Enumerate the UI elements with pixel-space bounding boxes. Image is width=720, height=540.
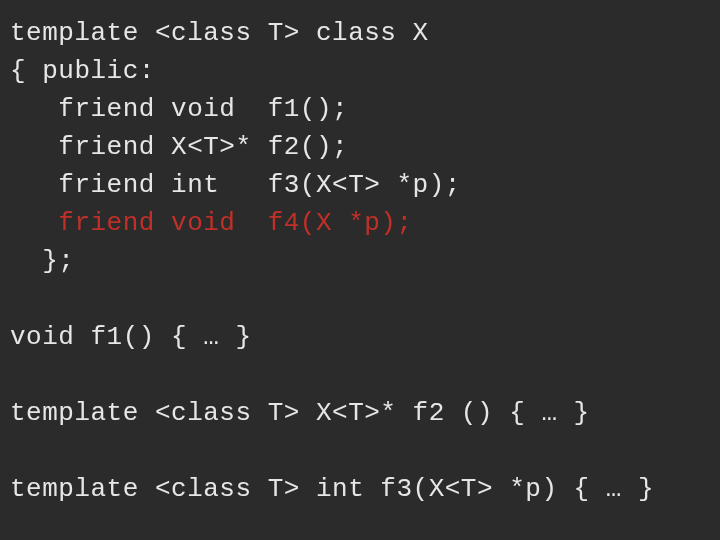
code-line: void f1() { … } <box>10 322 252 352</box>
code-line: friend int f3(X<T> *p); <box>10 170 461 200</box>
code-line: template <class T> int f3(X<T> *p) { … } <box>10 474 654 504</box>
code-line: { public: <box>10 56 155 86</box>
code-line: template <class T> X<T>* f2 () { … } <box>10 398 590 428</box>
code-line: friend void f1(); <box>10 94 348 124</box>
code-line: }; <box>10 246 74 276</box>
code-block: template <class T> class X { public: fri… <box>0 0 720 508</box>
code-line: template <class T> class X <box>10 18 429 48</box>
code-line-highlight: friend void f4(X *p); <box>10 208 413 238</box>
code-line: friend X<T>* f2(); <box>10 132 348 162</box>
